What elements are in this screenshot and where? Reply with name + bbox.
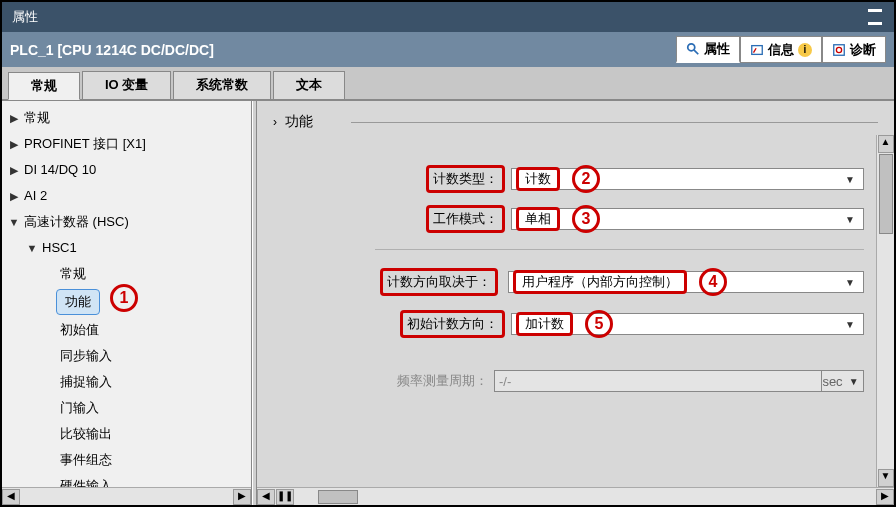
- detail-body: 计数类型： 计数 2 ▼ 工作模式：: [257, 135, 876, 487]
- scroll-thumb[interactable]: [879, 154, 893, 234]
- tree-item-ai2[interactable]: ▶AI 2: [2, 183, 251, 209]
- tab-info[interactable]: 信息 i: [740, 36, 822, 63]
- page-tab-sys-const[interactable]: 系统常数: [173, 71, 271, 99]
- annotation-badge: 3: [572, 205, 600, 233]
- row-count-dir-dep: 计数方向取决于： 用户程序（内部方向控制） 4 ▼: [269, 266, 864, 298]
- tree-item-hsc1-cmpout[interactable]: 比较输出: [2, 421, 251, 447]
- annotation-badge: 4: [699, 268, 727, 296]
- chevron-right-icon: ▶: [8, 186, 20, 206]
- hr-line: [351, 122, 878, 123]
- scroll-home-icon[interactable]: ❚❚: [276, 489, 294, 505]
- tree-item-di14dq10[interactable]: ▶DI 14/DQ 10: [2, 157, 251, 183]
- scroll-down-icon[interactable]: ▼: [878, 469, 894, 487]
- label-count-type: 计数类型：: [426, 165, 505, 193]
- tree-item-hsc1-gatein[interactable]: 门输入: [2, 395, 251, 421]
- tree-panel: ▶常规 ▶PROFINET 接口 [X1] ▶DI 14/DQ 10 ▶AI 2…: [2, 101, 252, 505]
- tree-item-hsc1-evtcfg[interactable]: 事件组态: [2, 447, 251, 473]
- select-value: 单相: [516, 207, 560, 231]
- body-area: ▶常规 ▶PROFINET 接口 [X1] ▶DI 14/DQ 10 ▶AI 2…: [2, 100, 894, 505]
- device-name: PLC_1 [CPU 1214C DC/DC/DC]: [10, 42, 214, 58]
- row-freq-period: 频率测量周期： -/- sec ▼: [269, 370, 864, 392]
- tab-diagnostics[interactable]: 诊断: [822, 36, 886, 63]
- select-value: 加计数: [516, 312, 573, 336]
- collapse-icon[interactable]: [868, 9, 884, 25]
- info-badge-icon: i: [798, 43, 812, 57]
- page-tab-general[interactable]: 常规: [8, 72, 80, 100]
- tab-label: 诊断: [850, 41, 876, 59]
- detail-vscrollbar[interactable]: ▲ ▼: [876, 135, 894, 487]
- chevron-down-icon: ▼: [8, 212, 20, 232]
- tree-item-general[interactable]: ▶常规: [2, 105, 251, 131]
- detail-header: › 功能: [257, 101, 894, 135]
- label-work-mode: 工作模式：: [426, 205, 505, 233]
- tree-item-profinet[interactable]: ▶PROFINET 接口 [X1]: [2, 131, 251, 157]
- scroll-thumb[interactable]: [318, 490, 358, 504]
- chevron-down-icon: ▼: [841, 174, 859, 185]
- chevron-down-icon: ▼: [841, 214, 859, 225]
- annotation-badge: 5: [585, 310, 613, 338]
- row-count-type: 计数类型： 计数 2 ▼: [269, 165, 864, 193]
- chevron-right-icon: ▶: [8, 108, 20, 128]
- tab-properties[interactable]: 属性: [676, 36, 740, 63]
- tree-item-hsc1-syncin[interactable]: 同步输入: [2, 343, 251, 369]
- select-work-mode[interactable]: 单相 3 ▼: [511, 208, 864, 230]
- row-work-mode: 工作模式： 单相 3 ▼: [269, 205, 864, 233]
- info-icon: [750, 43, 764, 57]
- detail-panel: › 功能 计数类型： 计数 2 ▼: [257, 101, 894, 505]
- page-tabs: 常规 IO 变量 系统常数 文本: [2, 71, 894, 99]
- scroll-right-icon[interactable]: ▶: [233, 489, 251, 505]
- svg-point-0: [688, 44, 695, 51]
- properties-window: 属性 PLC_1 [CPU 1214C DC/DC/DC] 属性 信息 i 诊断: [0, 0, 896, 507]
- chevron-right-icon: ›: [273, 115, 277, 129]
- properties-icon: [686, 42, 700, 56]
- page-tab-io-vars[interactable]: IO 变量: [82, 71, 171, 99]
- chevron-right-icon: ▶: [8, 160, 20, 180]
- separator: [375, 249, 864, 250]
- svg-line-3: [754, 48, 757, 52]
- svg-rect-2: [752, 45, 763, 54]
- tree-hscrollbar[interactable]: ◀ ▶: [2, 487, 251, 505]
- tree-content: ▶常规 ▶PROFINET 接口 [X1] ▶DI 14/DQ 10 ▶AI 2…: [2, 101, 251, 487]
- label-freq-period: 频率测量周期：: [269, 372, 494, 390]
- detail-hscrollbar[interactable]: ◀ ❚❚ ▶: [257, 487, 894, 505]
- select-value: 计数: [516, 167, 560, 191]
- page-tab-text[interactable]: 文本: [273, 71, 345, 99]
- tree-item-hsc[interactable]: ▼高速计数器 (HSC): [2, 209, 251, 235]
- tree-item-hsc1-general[interactable]: 常规: [2, 261, 251, 287]
- scroll-up-icon[interactable]: ▲: [878, 135, 894, 153]
- svg-rect-4: [834, 44, 845, 55]
- chevron-right-icon: ▶: [8, 134, 20, 154]
- tree-item-hsc1-hwin[interactable]: 硬件输入: [2, 473, 251, 487]
- tree-item-hsc1-function[interactable]: 功能 1: [2, 287, 251, 317]
- chevron-down-icon: ▼: [845, 376, 863, 387]
- tree-item-hsc1[interactable]: ▼HSC1: [2, 235, 251, 261]
- select-value: -/-: [499, 374, 511, 389]
- section-title: 功能: [285, 113, 313, 131]
- tree-item-hsc1-capin[interactable]: 捕捉输入: [2, 369, 251, 395]
- chevron-down-icon: ▼: [841, 277, 859, 288]
- tab-label: 信息: [768, 41, 794, 59]
- row-init-count-dir: 初始计数方向： 加计数 5 ▼: [269, 310, 864, 338]
- scroll-left-icon[interactable]: ◀: [257, 489, 275, 505]
- scroll-right-icon[interactable]: ▶: [876, 489, 894, 505]
- select-count-dir-dep[interactable]: 用户程序（内部方向控制） 4 ▼: [508, 271, 864, 293]
- select-count-type[interactable]: 计数 2 ▼: [511, 168, 864, 190]
- diagnostics-icon: [832, 43, 846, 57]
- titlebar: 属性: [2, 2, 894, 32]
- svg-line-1: [694, 50, 698, 54]
- scroll-left-icon[interactable]: ◀: [2, 489, 20, 505]
- annotation-badge: 1: [110, 284, 138, 312]
- page-tabbar: 常规 IO 变量 系统常数 文本: [2, 67, 894, 100]
- tab-label: 属性: [704, 40, 730, 58]
- unit-select[interactable]: sec ▼: [822, 370, 864, 392]
- window-title: 属性: [12, 8, 38, 26]
- top-tabs: 属性 信息 i 诊断: [676, 36, 886, 63]
- select-init-count-dir[interactable]: 加计数 5 ▼: [511, 313, 864, 335]
- chevron-down-icon: ▼: [26, 238, 38, 258]
- tree-item-hsc1-initval[interactable]: 初始值: [2, 317, 251, 343]
- svg-point-5: [836, 47, 841, 52]
- chevron-down-icon: ▼: [841, 319, 859, 330]
- annotation-badge: 2: [572, 165, 600, 193]
- label-count-dir-dep: 计数方向取决于：: [376, 266, 502, 298]
- select-value: 用户程序（内部方向控制）: [513, 270, 687, 294]
